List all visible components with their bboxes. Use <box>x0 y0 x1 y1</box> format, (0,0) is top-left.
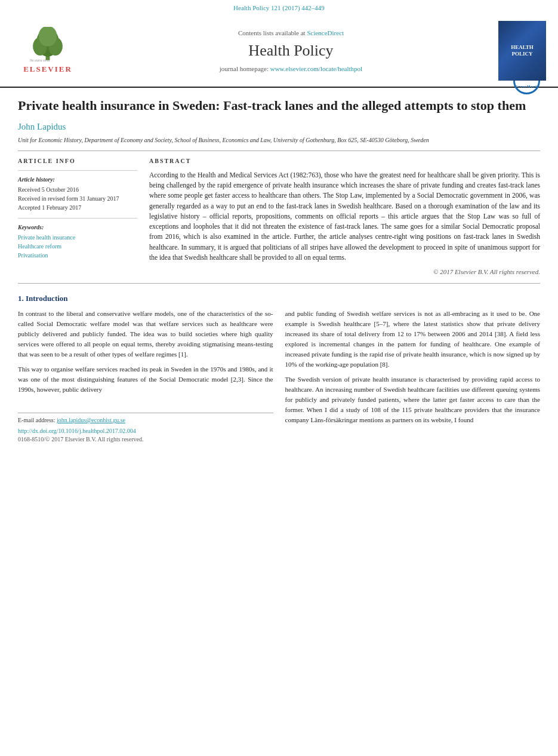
article-info-label: ARTICLE INFO <box>18 157 137 165</box>
keyword-1: Private health insurance Healthcare refo… <box>18 233 137 260</box>
body-right-col: and public funding of Swedish welfare se… <box>285 309 541 444</box>
svg-text:Ne extra vires: Ne extra vires <box>29 59 50 63</box>
history-label: Article history: <box>18 176 137 184</box>
abstract-label: ABSTRACT <box>149 157 540 165</box>
journal-reference-bar: Health Policy 121 (2017) 442–449 <box>0 0 558 15</box>
abstract-panel: ABSTRACT According to the Health and Med… <box>149 157 540 277</box>
elsevier-brand-text: ELSEVIER <box>23 64 72 75</box>
sciencedirect-anchor[interactable]: ScienceDirect <box>307 29 344 36</box>
header-divider <box>18 150 540 151</box>
intro-title: Introduction <box>26 294 68 303</box>
article-info-panel: ARTICLE INFO Article history: Received 5… <box>18 157 137 277</box>
received-date: Received 5 October 2016 <box>18 185 137 194</box>
journal-homepage: journal homepage: www.elsevier.com/locat… <box>84 64 498 73</box>
email-label: E-mail address: <box>18 417 55 423</box>
elsevier-logo: Ne extra vires ELSEVIER <box>12 27 84 75</box>
main-content: ✕ CrossMark Private health insurance in … <box>0 88 558 456</box>
keywords-section: Keywords: Private health insurance Healt… <box>18 223 137 260</box>
accepted-date: Accepted 1 February 2017 <box>18 203 137 212</box>
body-left-col: In contrast to the liberal and conservat… <box>18 309 273 444</box>
intro-p1-left: In contrast to the liberal and conservat… <box>18 309 273 359</box>
info-divider-2 <box>18 218 137 219</box>
journal-center: Contents lists available at ScienceDirec… <box>84 29 498 73</box>
article-title: Private health insurance in Sweden: Fast… <box>18 97 540 115</box>
keywords-label: Keywords: <box>18 223 137 232</box>
author-name: John Lapidus <box>18 121 540 133</box>
article-info-abstract: ARTICLE INFO Article history: Received 5… <box>18 157 540 277</box>
intro-p1-right: and public funding of Swedish welfare se… <box>285 309 541 370</box>
journal-cover-image: HEALTHPOLICY <box>498 21 546 81</box>
intro-p2-right: The Swedish version of private health in… <box>285 374 541 425</box>
sciencedirect-link: Contents lists available at ScienceDirec… <box>84 29 498 38</box>
email-footnote: E-mail address: john.lapidus@econhist.gu… <box>18 416 273 425</box>
issn-line: 0168-8510/© 2017 Elsevier B.V. All right… <box>18 435 273 444</box>
homepage-link[interactable]: www.elsevier.com/locate/healthpol <box>270 65 362 72</box>
info-divider-1 <box>18 170 137 171</box>
journal-header: Ne extra vires ELSEVIER Contents lists a… <box>0 15 558 88</box>
intro-p2-left: This way to organise welfare services re… <box>18 364 273 395</box>
intro-body-columns: In contrast to the liberal and conservat… <box>18 309 540 444</box>
article-history: Article history: Received 5 October 2016… <box>18 176 137 212</box>
revised-date: Received in revised form 31 January 2017 <box>18 194 137 203</box>
author-affiliation: Unit for Economic History, Department of… <box>18 136 540 145</box>
journal-ref-text: Health Policy 121 (2017) 442–449 <box>233 4 325 11</box>
copyright-notice: © 2017 Elsevier B.V. All rights reserved… <box>149 268 540 276</box>
intro-heading: 1. Introduction <box>18 293 540 304</box>
introduction-section: 1. Introduction In contrast to the liber… <box>18 293 540 444</box>
footnote-area: E-mail address: john.lapidus@econhist.gu… <box>18 413 273 425</box>
cover-text: HEALTHPOLICY <box>511 44 534 58</box>
crossmark-label: CrossMark <box>515 84 538 89</box>
doi-line[interactable]: http://dx.doi.org/10.1016/j.healthpol.20… <box>18 427 273 435</box>
abstract-text: According to the Health and Medical Serv… <box>149 170 540 263</box>
journal-title: Health Policy <box>84 40 498 62</box>
elsevier-tree-icon: Ne extra vires <box>24 27 72 63</box>
email-link[interactable]: john.lapidus@econhist.gu.se <box>57 417 125 423</box>
intro-number: 1. <box>18 294 24 303</box>
section-divider <box>18 283 540 284</box>
